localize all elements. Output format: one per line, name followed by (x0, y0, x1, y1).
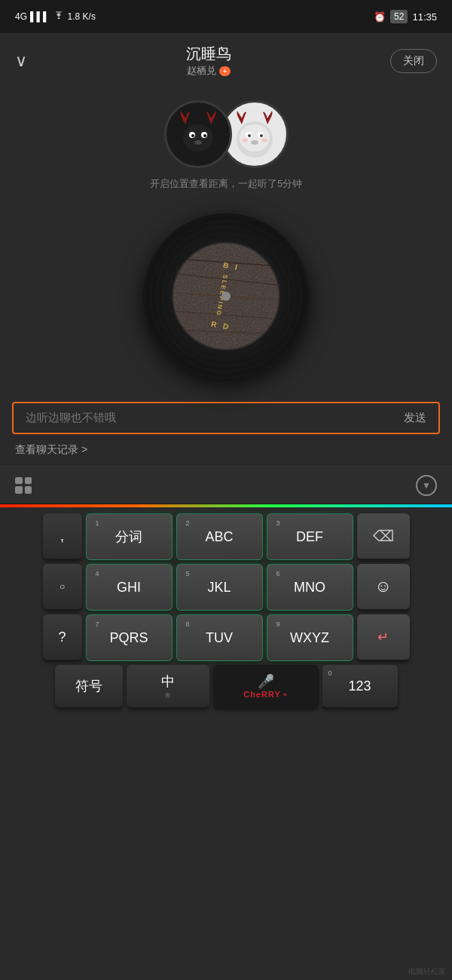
key-3-def[interactable]: 3 DEF (267, 513, 353, 560)
key-chinese[interactable]: 中 ® (127, 665, 209, 709)
key-7-num: 7 (96, 620, 99, 628)
key-5-jkl[interactable]: 5 JKL (176, 564, 263, 611)
chat-placeholder: 边听边聊也不错哦 (26, 411, 404, 425)
svg-point-1 (183, 124, 213, 152)
vinyl-album-art: B I SLEEPING R D (173, 243, 279, 349)
key-row-bottom: 符号 中 ® 🎤 CheRRY ❧ 0 123 (5, 665, 447, 709)
svg-point-4 (191, 134, 194, 137)
cherry-label: CheRRY (243, 690, 281, 699)
svg-point-15 (261, 139, 267, 142)
status-right: ⏰ 52 11:35 (374, 10, 437, 23)
cherry-dot-icon: ❧ (282, 691, 288, 698)
key-2-label: ABC (205, 529, 233, 545)
collapse-button[interactable]: ∨ (15, 51, 27, 71)
key-cherry-mic[interactable]: 🎤 CheRRY ❧ (213, 665, 319, 709)
key-5-num: 5 (186, 570, 190, 577)
network-type: 4G (15, 11, 27, 22)
key-1-num: 1 (96, 519, 99, 527)
key-question-label: ? (58, 629, 66, 645)
header: ∨ 沉睡鸟 赵栖兑 + 关闭 (0, 33, 452, 85)
chat-history-link[interactable]: 查看聊天记录 > (0, 434, 452, 466)
signal-icon: ▌▌▌ (30, 11, 50, 22)
plus-badge[interactable]: + (219, 66, 231, 76)
key-backspace[interactable]: ⌫ (357, 513, 410, 560)
key-comma[interactable]: , (43, 513, 82, 560)
svg-point-14 (242, 139, 248, 142)
key-4-label: GHI (117, 580, 141, 596)
key-row-3: ? 7 PQRS 8 TUV 9 WXYZ ↵ (5, 614, 447, 661)
avatar-info-text: 开启位置查看距离，一起听了5分钟 (150, 177, 302, 191)
key-8-tuv[interactable]: 8 TUV (176, 614, 263, 661)
key-4-num: 4 (96, 570, 99, 577)
key-row-2: ○ 4 GHI 5 JKL 6 MNO ☺ (5, 564, 447, 611)
key-circle[interactable]: ○ (43, 564, 82, 611)
speed-label: 1.8 K/s (68, 11, 96, 22)
key-8-label: TUV (206, 630, 233, 646)
key-8-num: 8 (186, 620, 190, 628)
key-1-fenCI[interactable]: 1 分词 (86, 513, 173, 560)
key-9-label: WXYZ (290, 630, 329, 646)
vinyl-center (221, 292, 231, 301)
key-3-label: DEF (296, 529, 323, 545)
key-symbol[interactable]: 符号 (55, 665, 123, 709)
toolbar-grid-icon[interactable] (15, 477, 32, 494)
status-bar: 4G ▌▌▌ 1.8 K/s ⏰ 52 11:35 (0, 0, 452, 33)
watermark: 电脑轻松家 (408, 966, 446, 977)
key-9-num: 9 (276, 620, 280, 628)
backspace-icon: ⌫ (373, 527, 394, 545)
svg-point-11 (248, 134, 251, 137)
microphone-icon: 🎤 (258, 673, 274, 690)
battery-level: 52 (390, 10, 408, 23)
key-123[interactable]: 0 123 (322, 665, 398, 709)
chat-input-section[interactable]: 边听边聊也不错哦 发送 (12, 402, 440, 434)
avatar-section: 开启位置查看距离，一起听了5分钟 (0, 85, 452, 198)
key-7-pqrs[interactable]: 7 PQRS (86, 614, 173, 661)
key-symbol-label: 符号 (75, 677, 102, 695)
key-zh-label: 中 (161, 672, 175, 691)
key-question[interactable]: ? (43, 614, 82, 661)
header-center: 沉睡鸟 赵栖兑 + (186, 44, 231, 78)
enter-icon: ↵ (377, 629, 389, 645)
wifi-icon (53, 11, 65, 23)
song-title: 沉睡鸟 (186, 44, 231, 64)
artist-info: 赵栖兑 + (186, 64, 231, 78)
close-button[interactable]: 关闭 (390, 49, 437, 73)
key-9-wxyz[interactable]: 9 WXYZ (267, 614, 353, 661)
svg-point-5 (203, 134, 206, 137)
key-4-ghi[interactable]: 4 GHI (86, 564, 173, 611)
key-circle-label: ○ (60, 581, 65, 592)
svg-point-12 (260, 134, 263, 137)
key-emoji[interactable]: ☺ (357, 564, 410, 611)
keyboard-keys: , 1 分词 2 ABC 3 DEF ⌫ ○ 4 (0, 507, 452, 715)
keyboard-area: ▼ , 1 分词 2 ABC 3 DEF ⌫ (0, 466, 452, 715)
svg-point-13 (251, 140, 258, 145)
key-6-num: 6 (276, 570, 280, 577)
key-enter[interactable]: ↵ (357, 614, 410, 661)
alarm-icon: ⏰ (374, 11, 386, 23)
send-button[interactable]: 发送 (404, 411, 426, 425)
toolbar-collapse-button[interactable]: ▼ (416, 475, 437, 496)
clock-time: 11:35 (412, 11, 437, 23)
toolbar-arrow-icon: ▼ (422, 480, 431, 491)
key-7-label: PQRS (109, 630, 148, 646)
key-row-1: , 1 分词 2 ABC 3 DEF ⌫ (5, 513, 447, 560)
vinyl-record: B I SLEEPING R D (143, 213, 309, 379)
status-left: 4G ▌▌▌ 1.8 K/s (15, 11, 96, 23)
svg-point-6 (194, 140, 202, 145)
key-5-label: JKL (207, 580, 231, 596)
key-1-label: 分词 (115, 528, 142, 546)
key-6-label: MNO (294, 580, 325, 596)
key-2-abc[interactable]: 2 ABC (176, 513, 263, 560)
keyboard-toolbar: ▼ (0, 467, 452, 504)
artist-name: 赵栖兑 (187, 64, 216, 78)
key-0-num: 0 (328, 669, 332, 677)
avatars-container (164, 100, 289, 168)
svg-point-8 (240, 124, 270, 152)
key-2-num: 2 (186, 519, 190, 527)
vinyl-section: B I SLEEPING R D (0, 198, 452, 402)
emoji-icon: ☺ (374, 577, 391, 596)
key-zh-sub: ® (165, 692, 170, 700)
key-6-mno[interactable]: 6 MNO (267, 564, 353, 611)
avatar-black-moose (164, 100, 232, 168)
key-3-num: 3 (276, 519, 280, 527)
